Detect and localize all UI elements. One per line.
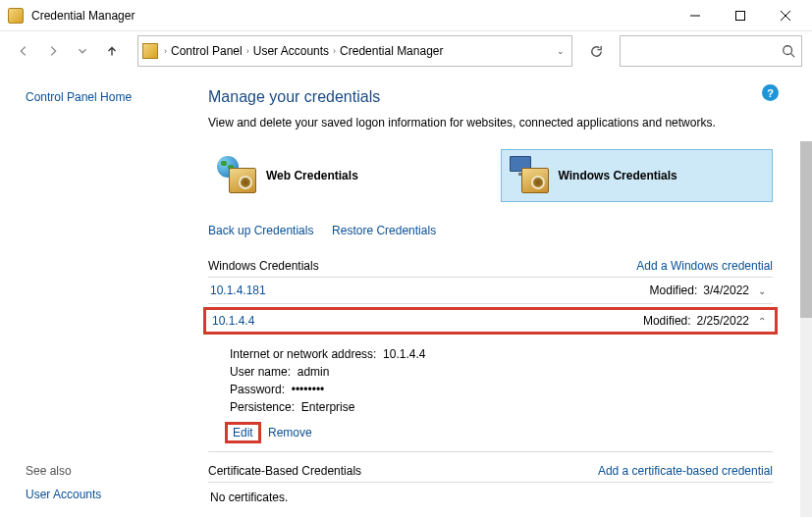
restore-credentials-link[interactable]: Restore Credentials [332, 224, 436, 237]
main-content: ? Manage your credentials View and delet… [187, 71, 812, 517]
web-credentials-label: Web Credentials [266, 169, 358, 182]
section-title: Certificate-Based Credentials [208, 464, 361, 478]
search-box[interactable] [620, 35, 802, 67]
windows-credentials-label: Windows Credentials [559, 169, 677, 182]
app-icon [8, 8, 24, 24]
page-subtitle: View and delete your saved logon informa… [208, 116, 773, 129]
page-title: Manage your credentials [208, 88, 773, 106]
scrollbar-thumb[interactable] [800, 141, 812, 318]
section-title: Windows Credentials [208, 259, 319, 273]
see-also-label: See also [26, 464, 187, 478]
svg-line-5 [791, 54, 795, 58]
address-dropdown[interactable]: ⌄ [550, 46, 571, 56]
add-windows-credential-link[interactable]: Add a Windows credential [636, 259, 773, 273]
detail-persistence-label: Persistence: [230, 400, 295, 414]
no-certificates-label: No certificates. [208, 483, 773, 504]
recent-dropdown[interactable] [69, 37, 96, 65]
credential-details: Internet or network address: 10.1.4.4 Us… [208, 337, 773, 452]
modified-label: Modified: [643, 314, 691, 328]
svg-rect-1 [736, 11, 745, 20]
windows-credentials-section: Windows Credentials Add a Windows creden… [208, 255, 773, 278]
highlight-box: 10.1.4.4 Modified: 2/25/2022 ⌃ [203, 307, 778, 335]
web-credentials-icon [217, 156, 260, 195]
refresh-button[interactable] [580, 35, 612, 67]
title-bar: Credential Manager [0, 0, 812, 31]
backup-credentials-link[interactable]: Back up Credentials [208, 224, 313, 237]
credential-address: 10.1.4.181 [208, 284, 266, 297]
window-title: Credential Manager [31, 9, 135, 23]
detail-username-value: admin [298, 365, 330, 379]
detail-address-value: 10.1.4.4 [383, 347, 425, 361]
credential-row[interactable]: 10.1.4.181 Modified: 3/4/2022 ⌄ [208, 278, 773, 304]
up-button[interactable] [98, 37, 126, 65]
remove-link[interactable]: Remove [268, 426, 312, 439]
user-accounts-link[interactable]: User Accounts [26, 488, 101, 501]
breadcrumb-leaf[interactable]: Credential Manager [336, 36, 447, 66]
maximize-button[interactable] [718, 0, 763, 31]
breadcrumb-root[interactable]: Control Panel [167, 36, 246, 66]
certificate-credentials-section: Certificate-Based Credentials Add a cert… [208, 460, 773, 483]
modified-date: 2/25/2022 [697, 314, 749, 328]
control-panel-home-link[interactable]: Control Panel Home [26, 90, 187, 104]
detail-persistence-value: Enterprise [301, 400, 355, 414]
minimize-button[interactable] [673, 0, 718, 31]
detail-username-label: User name: [230, 365, 291, 379]
breadcrumb-mid[interactable]: User Accounts [249, 36, 333, 66]
web-credentials-tile[interactable]: Web Credentials [208, 149, 481, 202]
add-certificate-credential-link[interactable]: Add a certificate-based credential [598, 464, 773, 478]
windows-credentials-tile[interactable]: Windows Credentials [501, 149, 774, 202]
detail-password-label: Password: [230, 383, 285, 396]
close-button[interactable] [763, 0, 808, 31]
search-icon[interactable] [782, 44, 795, 58]
control-panel-icon [142, 43, 158, 59]
chevron-down-icon[interactable]: ⌄ [755, 285, 769, 296]
credential-row-expanded[interactable]: 10.1.4.4 Modified: 2/25/2022 ⌃ [208, 312, 773, 330]
credential-address: 10.1.4.4 [210, 314, 254, 328]
detail-address-label: Internet or network address: [230, 347, 376, 361]
chevron-up-icon[interactable]: ⌃ [755, 316, 769, 327]
left-pane: Control Panel Home See also User Account… [0, 71, 187, 517]
back-button[interactable] [10, 37, 37, 65]
modified-label: Modified: [650, 284, 698, 297]
windows-credentials-icon [510, 156, 553, 195]
search-input[interactable] [621, 36, 778, 66]
detail-password-value: •••••••• [292, 383, 325, 396]
address-bar[interactable]: › Control Panel › User Accounts › Creden… [137, 35, 572, 67]
nav-bar: › Control Panel › User Accounts › Creden… [0, 31, 812, 71]
scrollbar[interactable] [800, 141, 812, 517]
modified-date: 3/4/2022 [703, 284, 749, 297]
svg-point-4 [784, 46, 792, 55]
help-icon[interactable]: ? [762, 84, 779, 101]
edit-highlight-box: Edit [225, 422, 261, 443]
forward-button[interactable] [39, 37, 67, 65]
edit-link[interactable]: Edit [231, 426, 255, 439]
